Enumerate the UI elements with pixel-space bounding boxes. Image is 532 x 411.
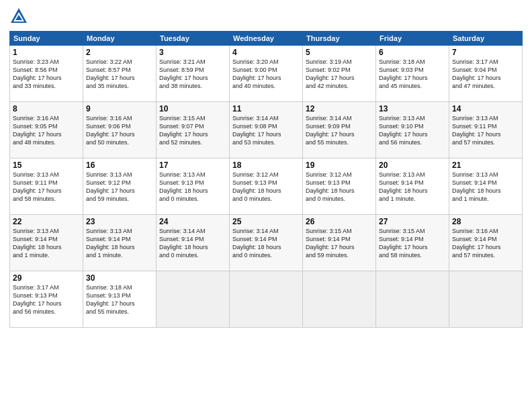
day-number: 23 bbox=[86, 217, 153, 226]
day-info: Sunrise: 3:22 AM Sunset: 8:57 PM Dayligh… bbox=[86, 58, 153, 91]
calendar-cell: 24Sunrise: 3:14 AM Sunset: 9:14 PM Dayli… bbox=[157, 215, 230, 271]
day-number: 21 bbox=[452, 161, 519, 170]
day-info: Sunrise: 3:19 AM Sunset: 9:02 PM Dayligh… bbox=[306, 58, 373, 91]
day-number: 2 bbox=[86, 48, 153, 57]
day-info: Sunrise: 3:18 AM Sunset: 9:13 PM Dayligh… bbox=[86, 283, 153, 316]
calendar-cell: 12Sunrise: 3:14 AM Sunset: 9:09 PM Dayli… bbox=[303, 102, 376, 158]
calendar-cell: 17Sunrise: 3:13 AM Sunset: 9:13 PM Dayli… bbox=[157, 158, 230, 215]
day-number: 9 bbox=[86, 104, 153, 113]
day-number: 17 bbox=[159, 161, 226, 170]
day-number: 15 bbox=[13, 161, 80, 170]
day-number: 22 bbox=[13, 217, 80, 226]
calendar-cell: 26Sunrise: 3:15 AM Sunset: 9:14 PM Dayli… bbox=[303, 215, 376, 271]
weekday-header-thursday: Thursday bbox=[303, 32, 376, 46]
week-row-5: 29Sunrise: 3:17 AM Sunset: 9:13 PM Dayli… bbox=[10, 271, 523, 328]
day-info: Sunrise: 3:18 AM Sunset: 9:03 PM Dayligh… bbox=[379, 58, 446, 91]
header bbox=[9, 7, 523, 26]
calendar-cell: 27Sunrise: 3:15 AM Sunset: 9:14 PM Dayli… bbox=[376, 215, 449, 271]
calendar-cell: 9Sunrise: 3:16 AM Sunset: 9:06 PM Daylig… bbox=[83, 102, 157, 158]
day-info: Sunrise: 3:15 AM Sunset: 9:14 PM Dayligh… bbox=[379, 227, 446, 260]
day-info: Sunrise: 3:13 AM Sunset: 9:14 PM Dayligh… bbox=[13, 227, 80, 260]
calendar-cell: 30Sunrise: 3:18 AM Sunset: 9:13 PM Dayli… bbox=[83, 271, 157, 328]
week-row-2: 8Sunrise: 3:16 AM Sunset: 9:05 PM Daylig… bbox=[10, 102, 523, 158]
day-number: 3 bbox=[159, 48, 226, 57]
day-number: 24 bbox=[159, 217, 226, 226]
day-number: 27 bbox=[379, 217, 446, 226]
day-number: 14 bbox=[452, 104, 519, 113]
day-info: Sunrise: 3:23 AM Sunset: 8:56 PM Dayligh… bbox=[13, 58, 80, 91]
week-row-4: 22Sunrise: 3:13 AM Sunset: 9:14 PM Dayli… bbox=[10, 215, 523, 271]
day-number: 13 bbox=[379, 104, 446, 113]
day-number: 7 bbox=[452, 48, 519, 57]
calendar-cell: 23Sunrise: 3:13 AM Sunset: 9:14 PM Dayli… bbox=[83, 215, 157, 271]
calendar-cell bbox=[230, 271, 303, 328]
calendar-cell bbox=[376, 271, 449, 328]
calendar-cell: 16Sunrise: 3:13 AM Sunset: 9:12 PM Dayli… bbox=[83, 158, 157, 215]
calendar-cell: 8Sunrise: 3:16 AM Sunset: 9:05 PM Daylig… bbox=[10, 102, 83, 158]
weekday-header-saturday: Saturday bbox=[449, 32, 523, 46]
calendar-cell: 1Sunrise: 3:23 AM Sunset: 8:56 PM Daylig… bbox=[10, 46, 83, 102]
calendar-cell: 10Sunrise: 3:15 AM Sunset: 9:07 PM Dayli… bbox=[157, 102, 230, 158]
day-info: Sunrise: 3:12 AM Sunset: 9:13 PM Dayligh… bbox=[232, 171, 300, 203]
calendar-cell: 5Sunrise: 3:19 AM Sunset: 9:02 PM Daylig… bbox=[303, 46, 376, 102]
day-number: 30 bbox=[86, 273, 153, 283]
day-info: Sunrise: 3:13 AM Sunset: 9:13 PM Dayligh… bbox=[159, 171, 226, 203]
day-info: Sunrise: 3:20 AM Sunset: 9:00 PM Dayligh… bbox=[232, 58, 300, 91]
calendar-cell: 15Sunrise: 3:13 AM Sunset: 9:11 PM Dayli… bbox=[10, 158, 83, 215]
day-info: Sunrise: 3:13 AM Sunset: 9:14 PM Dayligh… bbox=[379, 171, 446, 203]
calendar-cell: 18Sunrise: 3:12 AM Sunset: 9:13 PM Dayli… bbox=[230, 158, 303, 215]
calendar-table: SundayMondayTuesdayWednesdayThursdayFrid… bbox=[9, 31, 523, 328]
calendar-cell: 28Sunrise: 3:16 AM Sunset: 9:14 PM Dayli… bbox=[449, 215, 523, 271]
day-number: 11 bbox=[232, 104, 300, 113]
day-number: 6 bbox=[379, 48, 446, 57]
calendar-cell: 25Sunrise: 3:14 AM Sunset: 9:14 PM Dayli… bbox=[230, 215, 303, 271]
day-number: 26 bbox=[306, 217, 373, 226]
day-info: Sunrise: 3:17 AM Sunset: 9:13 PM Dayligh… bbox=[13, 283, 80, 316]
day-number: 10 bbox=[159, 104, 226, 113]
weekday-header-friday: Friday bbox=[376, 32, 449, 46]
weekday-header-wednesday: Wednesday bbox=[230, 32, 303, 46]
calendar-cell bbox=[449, 271, 523, 328]
day-info: Sunrise: 3:21 AM Sunset: 8:59 PM Dayligh… bbox=[159, 58, 226, 91]
day-info: Sunrise: 3:13 AM Sunset: 9:10 PM Dayligh… bbox=[379, 114, 446, 147]
day-number: 1 bbox=[13, 48, 80, 57]
day-number: 8 bbox=[13, 104, 80, 113]
calendar-cell: 7Sunrise: 3:17 AM Sunset: 9:04 PM Daylig… bbox=[449, 46, 523, 102]
day-info: Sunrise: 3:13 AM Sunset: 9:14 PM Dayligh… bbox=[86, 227, 153, 260]
calendar-cell: 11Sunrise: 3:14 AM Sunset: 9:08 PM Dayli… bbox=[230, 102, 303, 158]
day-info: Sunrise: 3:13 AM Sunset: 9:12 PM Dayligh… bbox=[86, 171, 153, 203]
day-info: Sunrise: 3:12 AM Sunset: 9:13 PM Dayligh… bbox=[306, 171, 373, 203]
calendar-cell: 21Sunrise: 3:13 AM Sunset: 9:14 PM Dayli… bbox=[449, 158, 523, 215]
day-number: 29 bbox=[13, 273, 80, 283]
calendar-cell: 6Sunrise: 3:18 AM Sunset: 9:03 PM Daylig… bbox=[376, 46, 449, 102]
day-number: 28 bbox=[452, 217, 519, 226]
day-info: Sunrise: 3:14 AM Sunset: 9:08 PM Dayligh… bbox=[232, 114, 300, 147]
day-number: 4 bbox=[232, 48, 300, 57]
day-number: 25 bbox=[232, 217, 300, 226]
calendar-cell: 22Sunrise: 3:13 AM Sunset: 9:14 PM Dayli… bbox=[10, 215, 83, 271]
day-info: Sunrise: 3:13 AM Sunset: 9:11 PM Dayligh… bbox=[13, 171, 80, 203]
calendar-cell bbox=[303, 271, 376, 328]
calendar-cell: 13Sunrise: 3:13 AM Sunset: 9:10 PM Dayli… bbox=[376, 102, 449, 158]
day-number: 18 bbox=[232, 161, 300, 170]
day-info: Sunrise: 3:15 AM Sunset: 9:07 PM Dayligh… bbox=[159, 114, 226, 147]
weekday-header-sunday: Sunday bbox=[10, 32, 83, 46]
weekday-header-monday: Monday bbox=[83, 32, 157, 46]
day-number: 5 bbox=[306, 48, 373, 57]
day-number: 12 bbox=[306, 104, 373, 113]
calendar-cell: 2Sunrise: 3:22 AM Sunset: 8:57 PM Daylig… bbox=[83, 46, 157, 102]
day-info: Sunrise: 3:16 AM Sunset: 9:05 PM Dayligh… bbox=[13, 114, 80, 147]
day-number: 16 bbox=[86, 161, 153, 170]
day-info: Sunrise: 3:15 AM Sunset: 9:14 PM Dayligh… bbox=[306, 227, 373, 260]
calendar-cell: 19Sunrise: 3:12 AM Sunset: 9:13 PM Dayli… bbox=[303, 158, 376, 215]
day-info: Sunrise: 3:14 AM Sunset: 9:14 PM Dayligh… bbox=[232, 227, 300, 260]
calendar-cell bbox=[157, 271, 230, 328]
day-number: 20 bbox=[379, 161, 446, 170]
day-info: Sunrise: 3:17 AM Sunset: 9:04 PM Dayligh… bbox=[452, 58, 519, 91]
week-row-1: 1Sunrise: 3:23 AM Sunset: 8:56 PM Daylig… bbox=[10, 46, 523, 102]
calendar-cell: 4Sunrise: 3:20 AM Sunset: 9:00 PM Daylig… bbox=[230, 46, 303, 102]
day-info: Sunrise: 3:14 AM Sunset: 9:14 PM Dayligh… bbox=[159, 227, 226, 260]
calendar-cell: 14Sunrise: 3:13 AM Sunset: 9:11 PM Dayli… bbox=[449, 102, 523, 158]
logo-icon bbox=[9, 7, 28, 26]
calendar-cell: 3Sunrise: 3:21 AM Sunset: 8:59 PM Daylig… bbox=[157, 46, 230, 102]
